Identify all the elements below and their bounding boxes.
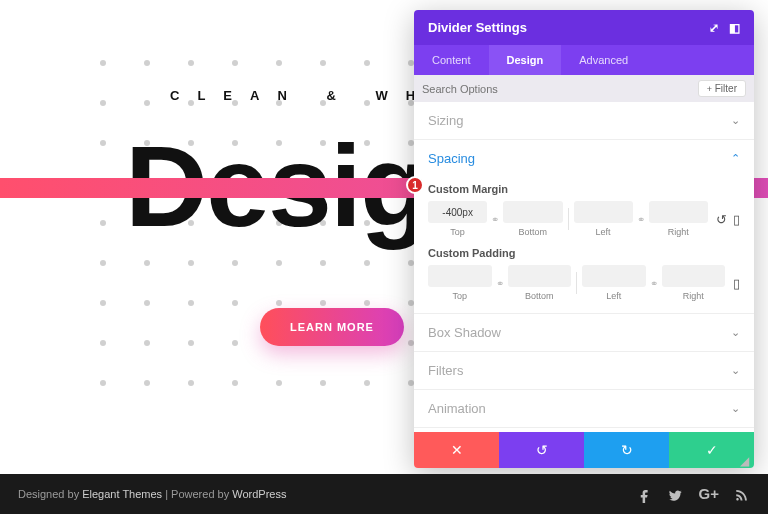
cancel-button[interactable]: ✕ bbox=[414, 432, 499, 468]
undo-button[interactable]: ↺ bbox=[499, 432, 584, 468]
label-bottom: Bottom bbox=[519, 227, 548, 237]
padding-row: Top ⚭ Bottom Left ⚭ Right ▯ bbox=[428, 265, 740, 301]
link-icon[interactable]: ⚭ bbox=[494, 278, 506, 289]
annotation-badge-1: 1 bbox=[406, 176, 424, 194]
section-title: Spacing bbox=[428, 151, 475, 166]
margin-right-input[interactable] bbox=[649, 201, 708, 223]
section-animation-toggle[interactable]: Animation ⌄ bbox=[414, 390, 754, 427]
tagline-text: CLEAN & WH bbox=[170, 88, 433, 103]
section-filters-toggle[interactable]: Filters ⌄ bbox=[414, 352, 754, 389]
footer-link-wp[interactable]: WordPress bbox=[232, 488, 286, 500]
label-right: Right bbox=[668, 227, 689, 237]
twitter-icon[interactable] bbox=[668, 485, 683, 503]
section-spacing: Spacing ⌃ Custom Margin Top ⚭ Bottom Lef… bbox=[414, 140, 754, 314]
custom-margin-label: Custom Margin bbox=[428, 183, 740, 195]
chevron-down-icon: ⌄ bbox=[731, 326, 740, 339]
separator bbox=[576, 272, 577, 294]
margin-bottom-input[interactable] bbox=[503, 201, 562, 223]
expand-icon[interactable]: ⤢ bbox=[709, 21, 719, 35]
link-icon[interactable]: ⚭ bbox=[635, 214, 647, 225]
panel-tabs: Content Design Advanced bbox=[414, 45, 754, 75]
padding-bottom-input[interactable] bbox=[508, 265, 572, 287]
redo-button[interactable]: ↻ bbox=[584, 432, 669, 468]
section-spacing-toggle[interactable]: Spacing ⌃ bbox=[414, 140, 754, 177]
learn-more-button[interactable]: LEARN MORE bbox=[260, 308, 404, 346]
responsive-icon[interactable]: ▯ bbox=[733, 276, 740, 291]
panel-header[interactable]: Divider Settings ⤢ ◧ bbox=[414, 10, 754, 45]
link-icon[interactable]: ⚭ bbox=[489, 214, 501, 225]
snap-icon[interactable]: ◧ bbox=[729, 21, 740, 35]
section-filters: Filters ⌄ bbox=[414, 352, 754, 390]
site-footer: Designed by Elegant Themes | Powered by … bbox=[0, 474, 768, 514]
search-input[interactable] bbox=[422, 83, 698, 95]
filter-button[interactable]: + Filter bbox=[698, 80, 746, 97]
social-icons: G+ bbox=[637, 485, 750, 503]
label-right: Right bbox=[683, 291, 704, 301]
chevron-down-icon: ⌄ bbox=[731, 364, 740, 377]
section-title: Filters bbox=[428, 363, 463, 378]
reset-icon[interactable]: ↺ bbox=[716, 212, 727, 227]
search-bar: + Filter bbox=[414, 75, 754, 102]
separator bbox=[568, 208, 569, 230]
padding-top-input[interactable] bbox=[428, 265, 492, 287]
label-top: Top bbox=[450, 227, 465, 237]
padding-left-input[interactable] bbox=[582, 265, 646, 287]
label-bottom: Bottom bbox=[525, 291, 554, 301]
panel-body: Sizing ⌄ Spacing ⌃ Custom Margin Top ⚭ B… bbox=[414, 102, 754, 432]
chevron-down-icon: ⌄ bbox=[731, 114, 740, 127]
link-icon[interactable]: ⚭ bbox=[648, 278, 660, 289]
label-left: Left bbox=[596, 227, 611, 237]
tab-content[interactable]: Content bbox=[414, 45, 489, 75]
footer-link-themes[interactable]: Elegant Themes bbox=[82, 488, 162, 500]
chevron-up-icon: ⌃ bbox=[731, 152, 740, 165]
rss-icon[interactable] bbox=[735, 485, 750, 503]
responsive-icon[interactable]: ▯ bbox=[733, 212, 740, 227]
panel-title: Divider Settings bbox=[428, 20, 527, 35]
margin-top-input[interactable] bbox=[428, 201, 487, 223]
section-sizing: Sizing ⌄ bbox=[414, 102, 754, 140]
section-sizing-toggle[interactable]: Sizing ⌄ bbox=[414, 102, 754, 139]
margin-left-input[interactable] bbox=[574, 201, 633, 223]
tab-advanced[interactable]: Advanced bbox=[561, 45, 646, 75]
padding-right-input[interactable] bbox=[662, 265, 726, 287]
section-box-shadow-toggle[interactable]: Box Shadow ⌄ bbox=[414, 314, 754, 351]
facebook-icon[interactable] bbox=[637, 485, 652, 503]
resize-handle[interactable]: ◢ bbox=[740, 454, 752, 466]
section-title: Sizing bbox=[428, 113, 463, 128]
tab-design[interactable]: Design bbox=[489, 45, 562, 75]
label-top: Top bbox=[452, 291, 467, 301]
divider-settings-panel: Divider Settings ⤢ ◧ Content Design Adva… bbox=[414, 10, 754, 468]
section-title: Animation bbox=[428, 401, 486, 416]
chevron-down-icon: ⌄ bbox=[731, 402, 740, 415]
footer-credits: Designed by Elegant Themes | Powered by … bbox=[18, 488, 286, 500]
section-box-shadow: Box Shadow ⌄ bbox=[414, 314, 754, 352]
section-animation: Animation ⌄ bbox=[414, 390, 754, 428]
section-title: Box Shadow bbox=[428, 325, 501, 340]
action-bar: ✕ ↺ ↻ ✓ bbox=[414, 432, 754, 468]
label-left: Left bbox=[606, 291, 621, 301]
custom-padding-label: Custom Padding bbox=[428, 247, 740, 259]
google-plus-icon[interactable]: G+ bbox=[699, 485, 719, 503]
margin-row: Top ⚭ Bottom Left ⚭ Right ↺▯ bbox=[428, 201, 740, 237]
